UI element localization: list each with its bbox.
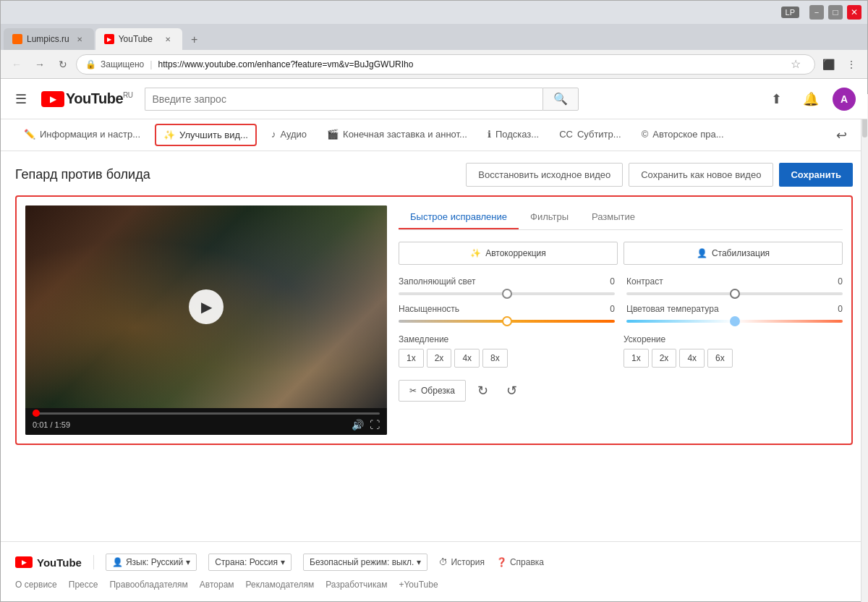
tab-close-lumpics[interactable]: ✕ (74, 33, 85, 45)
minimize-button[interactable]: － (809, 5, 824, 20)
back-tab-button[interactable]: ↩ (830, 124, 853, 147)
close-button[interactable]: ✕ (847, 5, 861, 20)
help-link[interactable]: ❓ Справка (496, 557, 544, 567)
tab-enhance[interactable]: ✨ Улучшить вид... (155, 124, 257, 146)
editor-tabs: ✏️ Информация и настр... ✨ Улучшить вид.… (1, 119, 867, 151)
play-button[interactable]: ▶ (189, 289, 224, 324)
forward-button[interactable]: → (30, 54, 50, 75)
slow-1x[interactable]: 1x (399, 349, 424, 368)
tab-youtube[interactable]: ▶ YouTube ✕ (95, 28, 182, 50)
fill-light-slider[interactable] (399, 292, 615, 295)
fast-1x[interactable]: 1x (624, 349, 649, 368)
avatar[interactable]: А (833, 88, 856, 111)
tab-copyright[interactable]: © Авторское пра... (633, 122, 733, 148)
progress-bar[interactable] (33, 412, 380, 415)
header-right: ⬆ 🔔 А (763, 86, 856, 112)
hamburger-icon[interactable]: ☰ (12, 88, 30, 110)
footer-link-authors[interactable]: Авторам (200, 580, 234, 590)
slow-4x[interactable]: 4x (454, 349, 480, 368)
youtube-search: 🔍 (145, 88, 579, 111)
fast-4x[interactable]: 4x (679, 349, 705, 368)
tab-favicon-lumpics (12, 34, 22, 44)
new-tab-button[interactable]: + (184, 30, 205, 50)
speedup-group: Ускорение 1x 2x 4x 6x (624, 334, 843, 368)
video-title-row: Гепард против болида Восстановить исходн… (15, 163, 853, 187)
address-bar: ← → ↻ 🔒 Защищено | https://www.youtube.c… (1, 50, 867, 79)
rotate-ccw-button[interactable]: ↺ (501, 379, 524, 402)
youtube-logo[interactable]: YouTubeRU (41, 90, 133, 107)
tab-subtitles[interactable]: CC Субтитр... (550, 122, 630, 148)
tab-close-youtube[interactable]: ✕ (162, 33, 174, 45)
chevron-down-icon: ▾ (186, 557, 190, 567)
trim-button[interactable]: ✂ Обрезка (399, 380, 466, 402)
contrast-slider[interactable] (626, 292, 843, 295)
temperature-slider[interactable] (626, 320, 843, 323)
autocorrect-icon: ✨ (470, 248, 481, 258)
search-button[interactable]: 🔍 (542, 88, 579, 111)
autocorrect-button[interactable]: ✨ Автокоррекция (399, 242, 618, 265)
audio-icon: ♪ (271, 129, 276, 140)
fullscreen-icon[interactable]: ⛶ (370, 419, 380, 431)
time-display: 0:01 / 1:59 (33, 420, 70, 429)
country-select[interactable]: Страна: Россия ▾ (208, 554, 292, 571)
extensions-button[interactable]: ⬛ (818, 54, 838, 75)
address-input[interactable]: 🔒 Защищено | https://www.youtube.com/enh… (76, 54, 815, 75)
saturation-slider[interactable] (399, 320, 615, 323)
restore-button[interactable]: Восстановить исходное видео (466, 163, 623, 187)
footer-link-developers[interactable]: Разработчикам (326, 580, 387, 590)
rotate-cw-icon: ↻ (477, 383, 488, 399)
upload-button[interactable]: ⬆ (763, 86, 789, 112)
history-link[interactable]: ⏱ История (439, 557, 485, 567)
youtube-footer: YouTube 👤 Язык: Русский ▾ Страна: Россия… (1, 541, 867, 601)
bookmark-button[interactable]: ☆ (786, 54, 806, 75)
search-input[interactable] (145, 88, 542, 111)
tab-audio[interactable]: ♪ Аудио (263, 122, 315, 148)
tab-endscreen[interactable]: 🎬 Конечная заставка и аннот... (318, 122, 476, 148)
youtube-logo-icon (41, 91, 64, 107)
notifications-button[interactable]: 🔔 (798, 86, 824, 112)
bell-icon: 🔔 (803, 91, 819, 107)
tab-cards[interactable]: ℹ Подсказ... (479, 122, 548, 148)
browser-window: LP － □ ✕ Lumpics.ru ✕ ▶ YouTube ✕ + ← → … (0, 0, 868, 602)
language-select[interactable]: 👤 Язык: Русский ▾ (106, 554, 197, 571)
footer-logo[interactable]: YouTube (15, 556, 82, 569)
save-button[interactable]: Сохранить (779, 163, 853, 187)
panel-tab-quick[interactable]: Быстрое исправление (399, 205, 519, 229)
rotate-ccw-icon: ↺ (506, 383, 517, 399)
panel-tab-filters[interactable]: Фильтры (519, 205, 580, 229)
video-actions: Восстановить исходное видео Сохранить ка… (466, 163, 853, 187)
menu-button[interactable]: ⋮ (841, 54, 861, 75)
rotate-cw-button[interactable]: ↻ (472, 379, 495, 402)
panel-tab-blur[interactable]: Размытие (580, 205, 647, 229)
footer-link-about[interactable]: О сервисе (15, 580, 57, 590)
tab-lumpics[interactable]: Lumpics.ru ✕ (4, 28, 94, 50)
cards-icon: ℹ (488, 129, 491, 140)
fast-6x[interactable]: 6x (707, 349, 733, 368)
footer-link-advertisers[interactable]: Рекламодателям (246, 580, 315, 590)
maximize-button[interactable]: □ (828, 5, 843, 20)
slow-2x[interactable]: 2x (427, 349, 452, 368)
footer-link-plus[interactable]: +YouTube (399, 580, 438, 590)
reload-button[interactable]: ↻ (53, 54, 73, 75)
slow-8x[interactable]: 8x (482, 349, 508, 368)
save-new-button[interactable]: Сохранить как новое видео (629, 163, 773, 187)
volume-icon[interactable]: 🔊 (352, 419, 364, 431)
scrollbar-track[interactable] (861, 94, 868, 602)
tab-label-lumpics: Lumpics.ru (27, 34, 69, 44)
safe-mode-select[interactable]: Безопасный режим: выкл. ▾ (303, 554, 427, 571)
slowdown-buttons: 1x 2x 4x 8x (399, 349, 618, 368)
back-button[interactable]: ← (7, 54, 27, 75)
footer-link-press[interactable]: Прессе (69, 580, 98, 590)
footer-link-copyright[interactable]: Правообладателям (109, 580, 187, 590)
user-badge: LP (781, 7, 799, 18)
speed-section: Замедление 1x 2x 4x 8x Ускорение 1x (399, 334, 843, 368)
slider-contrast: Контраст 0 (626, 276, 843, 295)
enhance-icon: ✨ (163, 130, 175, 140)
stabilize-button[interactable]: 👤 Стабилизация (624, 242, 843, 265)
panel-tabs: Быстрое исправление Фильтры Размытие (399, 205, 843, 230)
tab-info[interactable]: ✏️ Информация и настр... (15, 122, 149, 148)
footer-top: YouTube 👤 Язык: Русский ▾ Страна: Россия… (15, 554, 853, 571)
fast-2x[interactable]: 2x (652, 349, 677, 368)
youtube-page: ☰ YouTubeRU 🔍 ⬆ 🔔 А ✏️ (1, 79, 867, 601)
panel-buttons: ✨ Автокоррекция 👤 Стабилизация (399, 242, 843, 265)
